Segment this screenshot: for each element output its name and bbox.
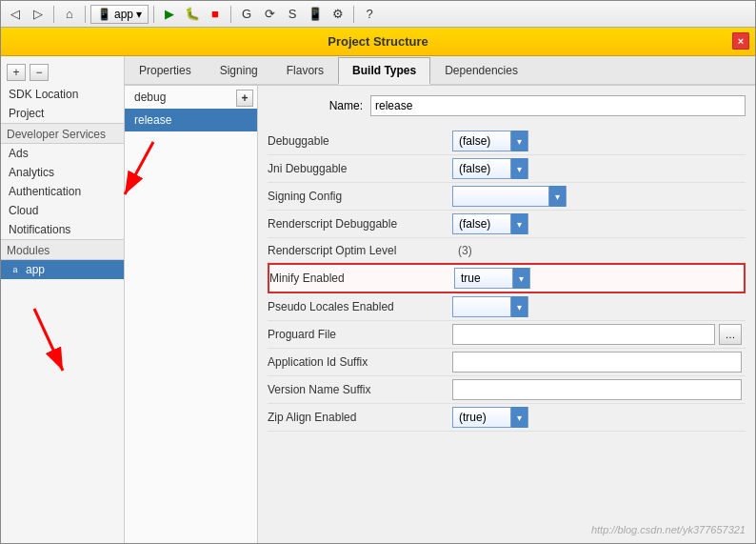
sidebar-add-btn[interactable]: + [7,64,26,81]
dropdown-arrow-2-icon: ▾ [510,158,527,179]
prop-signing-config-value: ▾ [448,183,746,210]
prop-app-id-suffix: Application Id Suffix [268,349,746,376]
tab-dependencies[interactable]: Dependencies [430,57,532,85]
prop-pseudo-locales-dropdown[interactable]: ▾ [452,296,528,317]
prop-zip-align-value: (true) ▾ [448,404,746,431]
sidebar-remove-btn[interactable]: − [30,64,49,81]
prop-debuggable: Debuggable (false) ▾ [268,128,746,155]
dropdown-arrow-5-icon: ▾ [512,268,529,289]
prop-pseudo-locales-value: ▾ [448,293,746,320]
prop-jni-debuggable-label: Jni Debuggable [268,158,448,179]
content-area: Properties Signing Flavors Build Types D… [125,56,755,543]
toolbar-run[interactable]: ▶ [159,5,180,24]
prop-renderscript-debuggable-value: (false) ▾ [448,211,746,237]
sidebar-item-ads[interactable]: Ads [1,144,124,163]
build-type-add-btn[interactable]: + [236,90,253,107]
prop-minify-enabled: Minify Enabled true ▾ [268,263,746,293]
split-pane: debug release + Name: [125,86,755,543]
sidebar-item-sdk-location[interactable]: SDK Location [1,85,124,104]
prop-minify-enabled-label: Minify Enabled [269,268,450,289]
prop-version-name-suffix-input[interactable] [452,379,742,400]
toolbar-forward[interactable]: ▷ [28,5,49,24]
prop-zip-align: Zip Align Enabled (true) ▾ [268,404,746,432]
prop-renderscript-debuggable-dropdown[interactable]: (false) ▾ [452,213,528,234]
prop-renderscript-optim-text: (3) [452,244,478,257]
toolbar-debug[interactable]: 🐛 [182,5,203,24]
toolbar-back[interactable]: ◁ [5,5,26,24]
sidebar-item-notifications[interactable]: Notifications [1,220,124,239]
toolbar-sdk[interactable]: S [282,5,303,24]
prop-jni-debuggable: Jni Debuggable (false) ▾ [268,155,746,183]
tab-properties[interactable]: Properties [125,57,206,85]
tabs-bar: Properties Signing Flavors Build Types D… [125,56,755,86]
sidebar-item-analytics[interactable]: Analytics [1,163,124,182]
window-title: Project Structure [328,34,428,49]
toolbar: ◁ ▷ ⌂ 📱 app ▾ ▶ 🐛 ■ G ⟳ S 📱 ⚙ ? [1,1,755,28]
tab-build-types[interactable]: Build Types [338,57,430,85]
toolbar-sep-2 [85,6,86,23]
prop-app-id-suffix-input[interactable] [452,352,742,373]
prop-proguard-file-input[interactable] [452,324,715,345]
toolbar-sep-3 [153,6,154,23]
sidebar-item-cloud[interactable]: Cloud [1,201,124,220]
toolbar-settings[interactable]: ⚙ [328,5,348,24]
sidebar-top-buttons: + − [1,60,124,85]
prop-proguard-file-label: Proguard File [268,324,448,345]
tab-signing[interactable]: Signing [206,57,272,85]
toolbar-sync[interactable]: ⟳ [259,5,280,24]
dropdown-icon: ▾ [136,8,142,21]
sidebar-section-modules: Modules [1,239,124,260]
prop-debuggable-value: (false) ▾ [448,128,746,154]
toolbar-sep-1 [53,6,54,23]
toolbar-help[interactable]: ? [359,5,380,24]
module-icon: a [9,263,22,276]
prop-pseudo-locales: Pseudo Locales Enabled ▾ [268,293,746,321]
prop-minify-enabled-dropdown[interactable]: true ▾ [454,268,530,289]
prop-signing-config-label: Signing Config [268,186,448,207]
prop-app-id-suffix-value [448,349,746,375]
prop-renderscript-debuggable-label: Renderscript Debuggable [268,213,448,234]
prop-app-id-suffix-label: Application Id Suffix [268,352,448,373]
build-type-release[interactable]: release [125,109,257,131]
tab-flavors[interactable]: Flavors [272,57,338,85]
toolbar-sep-5 [353,6,354,23]
prop-zip-align-dropdown[interactable]: (true) ▾ [452,407,528,428]
toolbar-home[interactable]: ⌂ [59,5,80,24]
prop-jni-debuggable-dropdown[interactable]: (false) ▾ [452,158,528,179]
toolbar-avd[interactable]: 📱 [305,5,326,24]
prop-renderscript-optim: Renderscript Optim Level (3) [268,238,746,263]
properties-panel: Name: Debuggable (false) ▾ [258,86,755,543]
prop-debuggable-dropdown[interactable]: (false) ▾ [452,131,528,151]
prop-signing-config: Signing Config ▾ [268,183,746,211]
sidebar-item-authentication[interactable]: Authentication [1,182,124,201]
prop-signing-config-dropdown[interactable]: ▾ [452,186,567,207]
toolbar-sep-4 [230,6,231,23]
build-types-list: debug release + [125,86,258,543]
prop-version-name-suffix: Version Name Suffix [268,376,746,404]
prop-jni-debuggable-value: (false) ▾ [448,155,746,182]
dropdown-arrow-icon: ▾ [510,131,527,151]
sidebar-section-developer-services: Developer Services [1,123,124,144]
close-button[interactable]: × [732,32,749,50]
prop-minify-enabled-value: true ▾ [450,265,744,292]
toolbar-gradle[interactable]: G [236,5,257,24]
watermark: http://blog.csdn.net/yk377657321 [591,524,746,535]
prop-renderscript-debuggable: Renderscript Debuggable (false) ▾ [268,211,746,238]
prop-proguard-file-browse[interactable]: … [719,324,742,345]
toolbar-stop[interactable]: ■ [205,5,226,24]
module-label: app [26,263,45,276]
prop-renderscript-optim-value: (3) [448,241,746,260]
prop-version-name-suffix-value [448,376,746,403]
app-button[interactable]: 📱 app ▾ [90,5,149,24]
prop-renderscript-optim-label: Renderscript Optim Level [268,240,448,261]
title-bar: Project Structure × [1,28,755,56]
sidebar-item-project[interactable]: Project [1,104,124,123]
prop-proguard-file-value: … [448,321,746,348]
name-label: Name: [268,99,363,112]
sidebar-item-app[interactable]: a app [1,260,124,279]
name-input[interactable] [370,95,746,116]
app-icon: 📱 [97,8,111,21]
prop-version-name-suffix-label: Version Name Suffix [268,379,448,400]
dropdown-arrow-6-icon: ▾ [510,296,527,317]
dropdown-arrow-3-icon: ▾ [548,186,566,207]
